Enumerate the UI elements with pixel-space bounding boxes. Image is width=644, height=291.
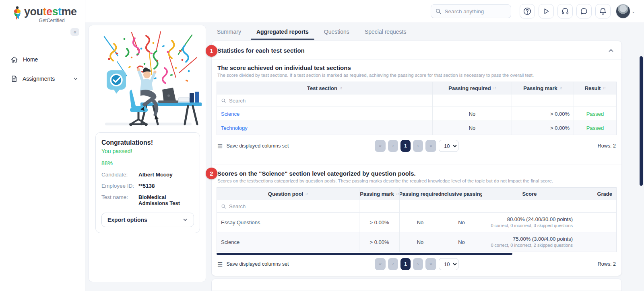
section-1-subtitle: The score achieved on individual test se… (217, 64, 616, 71)
table-filter-row (217, 200, 616, 213)
sort-icon[interactable]: ↓↑ (396, 192, 399, 196)
next-section-panel (211, 279, 622, 291)
employee-id-label: Employee ID: (101, 183, 138, 189)
table-row[interactable]: Technology No > 0.00% Passed (217, 121, 616, 135)
collapse-panel-button[interactable] (608, 47, 614, 54)
vertical-scrollbar[interactable] (640, 56, 643, 186)
table-row[interactable]: Science No > 0.00% Passed (217, 107, 616, 121)
prev-page-button[interactable]: ‹ (388, 140, 398, 152)
column-header-grade[interactable]: Grade (577, 188, 616, 200)
passing-required-cell: No (400, 232, 441, 252)
table-2-footer: ☰ Save displayed columns set « ‹ 1 › » 1… (212, 255, 621, 276)
celebration-illustration (93, 29, 202, 130)
page-number-button[interactable]: 1 (400, 140, 411, 152)
filter-search-input[interactable] (229, 98, 416, 104)
inclusive-passing-cell: No (441, 232, 482, 252)
user-menu[interactable]: ⌄ (616, 4, 635, 18)
page-size-select[interactable]: 10 (439, 258, 458, 270)
avatar[interactable] (616, 4, 630, 18)
column-header-question-pool[interactable]: Question pool↓↑ (217, 188, 359, 200)
sort-icon[interactable]: ↓↑ (493, 86, 496, 90)
column-header-passing-required[interactable]: Passing required↓↑ (433, 82, 512, 94)
export-options-button[interactable]: Export options (101, 213, 194, 227)
tab-questions[interactable]: Questions (318, 24, 355, 39)
passing-mark-cell: > 0.00% (512, 107, 574, 121)
employee-id-row: Employee ID: **5138 (101, 183, 194, 189)
tutorial-button[interactable] (539, 4, 554, 18)
global-search-input[interactable] (445, 8, 505, 14)
prev-page-button[interactable]: ‹ (388, 258, 398, 270)
help-button[interactable] (520, 4, 535, 18)
question-pools-table: Question pool↓↑ Passing mark↓↑ Passing r… (217, 187, 617, 252)
column-header-passing-mark[interactable]: Passing mark↓↑ (359, 188, 400, 200)
notifications-button[interactable] (595, 4, 611, 18)
next-page-button[interactable]: › (413, 258, 423, 270)
table-row[interactable]: Science > 0.00% No No 75.00% (3.00/4.00 … (217, 232, 616, 252)
table-row[interactable]: Essay Questions > 0.00% No No 80.00% (24… (217, 213, 616, 232)
section-2-title: Scores on the "Science" section level ca… (217, 170, 616, 177)
test-section-link[interactable]: Science (221, 111, 239, 117)
global-search[interactable] (431, 4, 511, 18)
play-icon (542, 7, 551, 16)
column-header-passing-required[interactable]: Passing required (400, 188, 441, 200)
question-pool-name: Essay Questions (221, 219, 260, 225)
grade-cell (577, 213, 616, 232)
filter-search-input[interactable] (229, 203, 350, 209)
tab-summary[interactable]: Summary (211, 24, 247, 39)
score-main: 80.00% (24.00/30.00 points) (507, 216, 573, 223)
score-percentage: 88% (101, 160, 194, 166)
messages-button[interactable] (576, 4, 592, 18)
headset-icon (561, 7, 570, 16)
score-cell: 80.00% (24.00/30.00 points) 0 correct, 0… (482, 213, 577, 232)
column-header-passing-mark[interactable]: Passing mark↓↑ (512, 82, 574, 94)
column-header-score[interactable]: Score (482, 188, 577, 200)
pass-status: You passed! (101, 148, 194, 154)
sidebar-item-home[interactable]: Home (0, 51, 85, 68)
sort-icon[interactable]: ↓↑ (559, 86, 562, 90)
section-2-description: Scores on the test/sections categorized … (217, 178, 616, 183)
page-number-button[interactable]: 1 (400, 258, 411, 270)
bell-icon (599, 7, 607, 16)
result-summary-panel: Congratulations! You passed! 88% Candida… (89, 25, 206, 282)
next-page-button[interactable]: › (413, 140, 423, 152)
help-icon (523, 7, 532, 16)
save-columns-label: Save displayed columns set (226, 143, 289, 149)
section-1-intro: The score achieved on individual test se… (212, 59, 621, 78)
sidebar: youtestme GetCertified « Home Assignment… (0, 0, 85, 291)
first-page-button[interactable]: « (375, 258, 386, 270)
sidebar-item-label: Home (23, 56, 38, 63)
last-page-button[interactable]: » (425, 258, 436, 270)
score-main: 75.00% (3.00/4.00 points) (513, 236, 573, 243)
report-tabs: Summary Aggregated reports Questions Spe… (211, 24, 622, 39)
app-logo[interactable]: youtestme GetCertified (0, 0, 85, 23)
table-1-footer: ☰ Save displayed columns set « ‹ 1 › » 1… (212, 135, 621, 158)
sidebar-collapse-button[interactable]: « (70, 28, 79, 36)
result-badge: Passed (586, 125, 604, 131)
tab-special-requests[interactable]: Special requests (359, 24, 412, 39)
grade-cell (577, 232, 616, 252)
chevron-up-icon (608, 47, 614, 54)
support-button[interactable] (557, 4, 573, 18)
sort-icon[interactable]: ↓↑ (305, 192, 308, 196)
column-header-test-section[interactable]: Test section↓↑ (217, 82, 433, 94)
column-filter-search[interactable] (221, 203, 355, 209)
candidate-row: Candidate: Albert Mccoy (101, 172, 194, 178)
test-section-link[interactable]: Technology (221, 125, 248, 131)
sort-icon[interactable]: ↓↑ (339, 86, 342, 90)
score-cell: 75.00% (3.00/4.00 points) 0 correct, 0 i… (482, 232, 577, 252)
column-header-result[interactable]: Result↓↑ (574, 82, 616, 94)
save-columns-button[interactable]: ☰ Save displayed columns set (217, 261, 338, 267)
tab-aggregated-reports[interactable]: Aggregated reports (251, 24, 314, 39)
section-2-badge: 2 (206, 168, 217, 179)
column-header-inclusive-passing[interactable]: Inclusive passing (441, 188, 482, 200)
column-filter-search[interactable] (221, 98, 428, 104)
passing-required-cell: No (433, 121, 512, 135)
score-detail: 0 correct, 0 incorrect, 3 skipped questi… (491, 223, 573, 229)
last-page-button[interactable]: » (425, 140, 436, 152)
page-size-select[interactable]: 10 (439, 140, 458, 152)
search-icon (435, 8, 442, 14)
save-columns-button[interactable]: ☰ Save displayed columns set (217, 143, 338, 149)
first-page-button[interactable]: « (375, 140, 386, 152)
sort-icon[interactable]: ↓↑ (603, 86, 605, 90)
sidebar-item-assignments[interactable]: Assignments (0, 70, 85, 88)
